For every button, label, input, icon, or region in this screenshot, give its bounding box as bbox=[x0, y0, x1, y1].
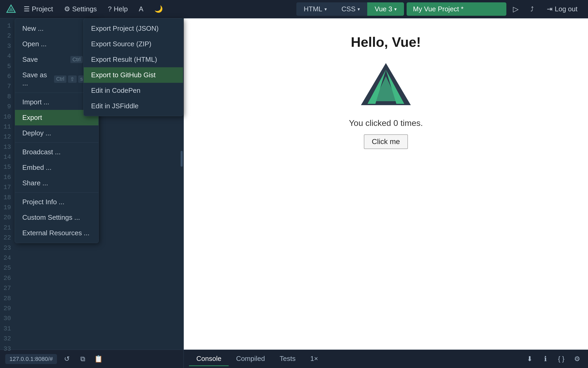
line-numbers: 12345 678910 1112131415 1617181920 21222… bbox=[0, 18, 14, 350]
submenu-export-zip[interactable]: Export Source (ZIP) bbox=[84, 36, 183, 52]
click-count-text: You clicked 0 times. bbox=[349, 118, 423, 128]
editor-tabs: HTML ▾ CSS ▾ Vue 3 ▾ bbox=[296, 2, 404, 16]
menu-item-embed[interactable]: Embed ... bbox=[15, 160, 98, 175]
help-label: Help bbox=[114, 5, 128, 13]
share-button[interactable]: ⤴ bbox=[525, 2, 539, 16]
chevron-down-icon: ▾ bbox=[324, 6, 327, 12]
project-name[interactable]: My Vue Project * bbox=[407, 2, 506, 16]
run-button[interactable]: ▷ bbox=[509, 2, 523, 16]
address-bar[interactable]: 127.0.0.1:8080/# bbox=[5, 354, 57, 364]
logout-label: Log out bbox=[555, 5, 578, 13]
logout-button[interactable]: ⇥ Log out bbox=[542, 2, 583, 16]
tab-html[interactable]: HTML ▾ bbox=[296, 2, 334, 16]
tab-console[interactable]: Console bbox=[189, 352, 229, 366]
menu-item-share[interactable]: Share ... bbox=[15, 175, 98, 191]
bottom-right-icons: ⬇ ℹ { } ⚙ bbox=[524, 353, 583, 365]
bottom-left: 127.0.0.1:8080/# ↺ ⧉ 📋 bbox=[0, 350, 184, 368]
hamburger-icon: ☰ bbox=[24, 5, 30, 13]
settings-icon: ⚙ bbox=[64, 5, 70, 13]
submenu-jsfiddle[interactable]: Edit in JSFiddle bbox=[84, 98, 183, 114]
scrollbar[interactable] bbox=[181, 151, 183, 167]
submenu-export-html[interactable]: Export Result (HTML) bbox=[84, 52, 183, 67]
preview-panel: Hello, Vue! You clicked 0 times. Click m… bbox=[184, 18, 588, 350]
preview-title: Hello, Vue! bbox=[351, 34, 421, 50]
tab-multiplier[interactable]: 1× bbox=[303, 352, 326, 366]
help-icon: ? bbox=[108, 5, 112, 13]
separator-2 bbox=[15, 142, 98, 143]
submenu-codepen[interactable]: Edit in CodePen bbox=[84, 83, 183, 98]
menu-item-broadcast[interactable]: Broadcast ... bbox=[15, 144, 98, 160]
download-icon[interactable]: ⬇ bbox=[524, 353, 536, 365]
submenu-export-json[interactable]: Export Project (JSON) bbox=[84, 21, 183, 36]
tab-tests[interactable]: Tests bbox=[272, 352, 303, 366]
export-submenu: Export Project (JSON) Export Source (ZIP… bbox=[83, 18, 183, 116]
logout-icon: ⇥ bbox=[547, 5, 553, 13]
submenu-export-gist[interactable]: Export to GitHub Gist bbox=[84, 67, 183, 83]
tab-vue[interactable]: Vue 3 ▾ bbox=[367, 2, 404, 16]
click-me-button[interactable]: Click me bbox=[364, 134, 408, 149]
settings-icon[interactable]: ⚙ bbox=[571, 353, 583, 365]
moon-icon: 🌙 bbox=[154, 5, 163, 13]
dark-mode-button[interactable]: 🌙 bbox=[150, 3, 167, 15]
menu-item-custom-settings[interactable]: Custom Settings ... bbox=[15, 210, 98, 225]
hamburger-menu[interactable]: ☰ Project bbox=[19, 3, 57, 15]
tab-css[interactable]: CSS ▾ bbox=[334, 2, 367, 16]
menu-item-external-resources[interactable]: External Resources ... bbox=[15, 225, 98, 241]
tab-vue-label: Vue 3 bbox=[375, 5, 392, 13]
tab-html-label: HTML bbox=[304, 5, 322, 13]
menu-item-deploy[interactable]: Deploy ... bbox=[15, 125, 98, 141]
tab-compiled[interactable]: Compiled bbox=[229, 352, 272, 366]
translate-icon: A bbox=[139, 5, 143, 13]
bottom-right: Console Compiled Tests 1× ⬇ ℹ { } ⚙ bbox=[184, 350, 588, 368]
menu-item-project-info[interactable]: Project Info ... bbox=[15, 194, 98, 210]
save-project-icon[interactable]: 📋 bbox=[93, 353, 104, 365]
help-menu[interactable]: ? Help bbox=[104, 3, 132, 15]
format-icon[interactable]: { } bbox=[555, 353, 567, 365]
info-icon[interactable]: ℹ bbox=[540, 353, 551, 365]
topbar: ☰ Project ⚙ Settings ? Help A 🌙 HTML ▾ C… bbox=[0, 0, 588, 18]
chevron-down-icon: ▾ bbox=[358, 6, 360, 12]
settings-menu[interactable]: ⚙ Settings bbox=[60, 3, 101, 15]
translate-button[interactable]: A bbox=[135, 3, 148, 15]
copy-icon[interactable]: ⧉ bbox=[77, 353, 88, 365]
project-menu-label: Project bbox=[32, 5, 53, 13]
vue-logo bbox=[360, 58, 412, 110]
separator-3 bbox=[15, 192, 98, 193]
tab-css-label: CSS bbox=[342, 5, 355, 13]
settings-label: Settings bbox=[72, 5, 97, 13]
app-logo[interactable] bbox=[5, 3, 17, 15]
chevron-down-icon: ▾ bbox=[394, 6, 397, 12]
refresh-icon[interactable]: ↺ bbox=[61, 353, 73, 365]
bottom-bar: 127.0.0.1:8080/# ↺ ⧉ 📋 Console Compiled … bbox=[0, 350, 588, 368]
